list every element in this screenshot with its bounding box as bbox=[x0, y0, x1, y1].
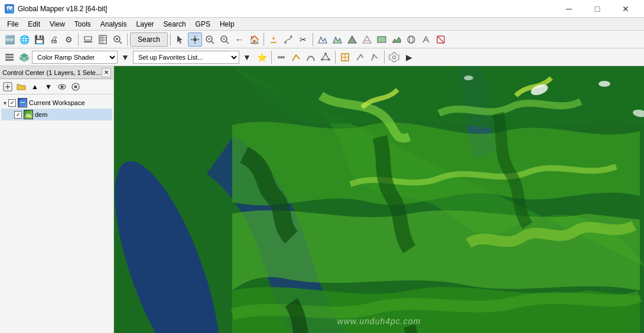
terrain-btn-7[interactable] bbox=[404, 32, 418, 47]
menu-analysis[interactable]: Analysis bbox=[96, 18, 132, 30]
separator-t2-2 bbox=[335, 51, 336, 64]
maximize-button[interactable]: □ bbox=[584, 0, 611, 18]
path-tool-2[interactable] bbox=[304, 50, 318, 64]
svg-marker-25 bbox=[363, 36, 371, 43]
svg-rect-33 bbox=[5, 56, 14, 58]
print-button[interactable]: 🖨 bbox=[47, 32, 61, 47]
menu-edit[interactable]: Edit bbox=[23, 18, 45, 30]
cc-folder-button[interactable] bbox=[15, 81, 28, 93]
menu-tools[interactable]: Tools bbox=[70, 18, 96, 30]
svg-rect-27 bbox=[378, 37, 386, 43]
menu-layer[interactable]: Layer bbox=[132, 18, 159, 30]
svg-point-42 bbox=[324, 53, 327, 55]
view-dots-button[interactable] bbox=[274, 50, 288, 64]
control-center-title: Control Center (1 Layers, 1 Sele... bbox=[2, 69, 101, 76]
menu-file[interactable]: File bbox=[2, 18, 23, 30]
terrain-btn-4[interactable] bbox=[360, 32, 374, 47]
shader-select[interactable]: Color Ramp Shader Hillshade Slope Aspect bbox=[32, 51, 118, 64]
separator-4 bbox=[264, 33, 264, 46]
svg-rect-59 bbox=[20, 102, 25, 103]
separator-1 bbox=[78, 33, 79, 46]
cc-add-button[interactable] bbox=[1, 81, 14, 93]
digitize-button[interactable] bbox=[96, 32, 110, 47]
terrain-btn-6[interactable] bbox=[389, 32, 404, 47]
svg-point-28 bbox=[408, 36, 415, 43]
workspace-checkbox[interactable]: ✓ bbox=[8, 99, 16, 107]
favorites-select[interactable]: Set up Favorites List... bbox=[133, 51, 239, 64]
layer-row-dem[interactable]: ✓ dem bbox=[1, 109, 112, 120]
workspace-row[interactable]: ▾ ✓ Current Workspace bbox=[1, 97, 112, 109]
svg-point-29 bbox=[409, 36, 413, 43]
draw-tool-1[interactable] bbox=[338, 50, 352, 64]
settings-tool[interactable] bbox=[387, 50, 401, 64]
svg-point-57 bbox=[74, 85, 77, 88]
shader-dropdown[interactable]: ▼ bbox=[118, 50, 132, 64]
title-bar: 🗺 Global Mapper v18.2 [64-bit] ─ □ ✕ bbox=[0, 0, 644, 18]
workspace-expand-arrow: ▾ bbox=[4, 100, 6, 106]
terrain-btn-2[interactable] bbox=[330, 32, 344, 47]
menu-search[interactable]: Search bbox=[159, 18, 191, 30]
layer-list-button[interactable] bbox=[2, 50, 17, 64]
new-button[interactable]: 🆕 bbox=[2, 32, 17, 47]
draw-point-button[interactable] bbox=[266, 32, 281, 47]
terrain-visualization bbox=[114, 66, 644, 333]
cc-move-down-button[interactable]: ▼ bbox=[42, 81, 55, 93]
svg-marker-24 bbox=[348, 36, 356, 43]
terrain-btn-5[interactable] bbox=[375, 32, 389, 47]
svg-marker-1 bbox=[84, 37, 92, 40]
control-center-close-button[interactable]: ✕ bbox=[102, 68, 111, 77]
terrain-btn-9[interactable] bbox=[434, 32, 448, 47]
save-button[interactable]: 💾 bbox=[32, 32, 46, 47]
svg-rect-34 bbox=[5, 59, 14, 61]
terrain-btn-8[interactable] bbox=[419, 32, 433, 47]
svg-line-31 bbox=[437, 36, 444, 43]
svg-point-38 bbox=[278, 56, 280, 58]
control-center-toolbar: ▲ ▼ bbox=[0, 79, 113, 94]
draw-line-button[interactable] bbox=[281, 32, 295, 47]
minimize-button[interactable]: ─ bbox=[555, 0, 583, 18]
path-tool-3[interactable] bbox=[318, 50, 333, 64]
config-button[interactable]: ⚙ bbox=[61, 32, 76, 47]
svg-marker-11 bbox=[177, 35, 183, 44]
zoom-out-button[interactable] bbox=[217, 32, 232, 47]
cc-eye-button[interactable] bbox=[56, 81, 69, 93]
menu-help[interactable]: Help bbox=[215, 18, 239, 30]
open-web-button[interactable]: 🌐 bbox=[17, 32, 31, 47]
terrain-btn-1[interactable] bbox=[316, 32, 330, 47]
draw-tool-3[interactable] bbox=[367, 50, 382, 64]
cut-button[interactable]: ✂ bbox=[296, 32, 310, 47]
svg-point-21 bbox=[290, 35, 292, 38]
cc-options-button[interactable] bbox=[69, 81, 82, 93]
toolbar-row-2: Color Ramp Shader Hillshade Slope Aspect… bbox=[0, 48, 644, 66]
dem-layer-checkbox[interactable]: ✓ bbox=[14, 111, 22, 119]
more-button[interactable]: ▶ bbox=[402, 50, 416, 64]
menu-gps[interactable]: GPS bbox=[191, 18, 215, 30]
pan-tool-button[interactable] bbox=[188, 32, 202, 47]
workspace-label: Current Workspace bbox=[29, 99, 85, 106]
home-button[interactable]: 🏠 bbox=[247, 32, 261, 47]
svg-point-66 bbox=[599, 81, 610, 87]
favorites-star-button[interactable]: ⭐ bbox=[255, 50, 269, 64]
edit-button[interactable] bbox=[81, 32, 95, 47]
svg-line-8 bbox=[119, 41, 122, 44]
back-button[interactable]: ← bbox=[232, 32, 246, 47]
cc-move-up-button[interactable]: ▲ bbox=[28, 81, 41, 93]
zoom-rect-button[interactable] bbox=[203, 32, 217, 47]
path-tool-1[interactable] bbox=[289, 50, 303, 64]
app-icon: 🗺 bbox=[5, 4, 14, 14]
layer-tree: ▾ ✓ Current Workspace ✓ dem bbox=[0, 94, 113, 333]
control-center: Control Center (1 Layers, 1 Sele... ✕ ▲ … bbox=[0, 66, 114, 333]
draw-tool-2[interactable] bbox=[353, 50, 367, 64]
select-tool-button[interactable] bbox=[173, 32, 187, 47]
search-button[interactable]: Search bbox=[130, 32, 168, 47]
map-canvas[interactable]: www.unduh4pc.com bbox=[114, 66, 644, 333]
layer-stack-button[interactable] bbox=[17, 50, 31, 64]
zoom-in-button[interactable] bbox=[110, 32, 125, 47]
app-title: Global Mapper v18.2 [64-bit] bbox=[18, 5, 107, 13]
svg-marker-23 bbox=[333, 37, 341, 43]
close-button[interactable]: ✕ bbox=[612, 0, 639, 18]
svg-line-48 bbox=[357, 54, 361, 60]
menu-view[interactable]: View bbox=[45, 18, 70, 30]
favorites-dropdown[interactable]: ▼ bbox=[240, 50, 254, 64]
terrain-btn-3[interactable] bbox=[345, 32, 359, 47]
